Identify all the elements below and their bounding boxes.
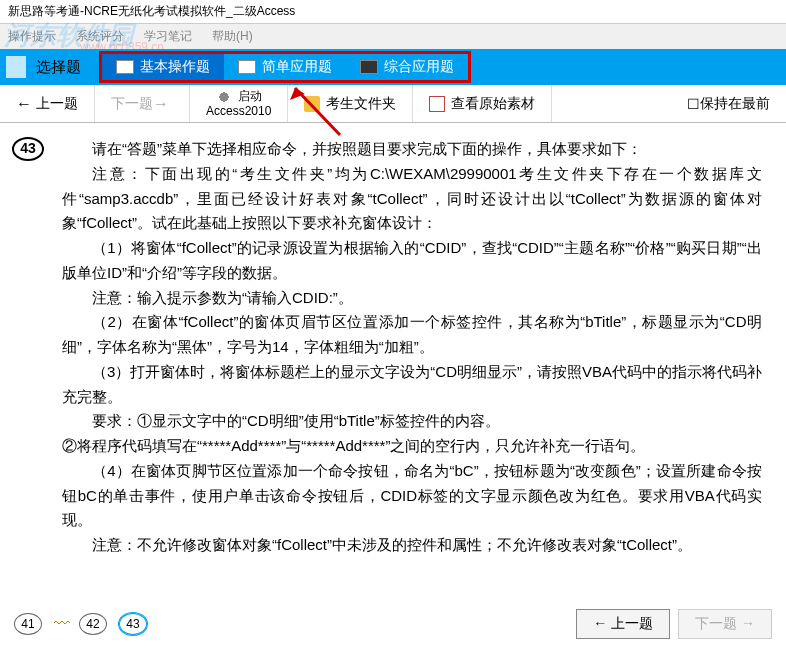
tab-complex-app[interactable]: 综合应用题 [346, 54, 468, 80]
question-content: 43 请在“答题”菜单下选择相应命令，并按照题目要求完成下面的操作，具体要求如下… [0, 123, 786, 593]
folder-icon [304, 96, 320, 112]
question-nav-41[interactable]: 41 [14, 613, 42, 635]
q-para: （4）在窗体页脚节区位置添加一个命令按钮，命名为“bC”，按钮标题为“改变颜色”… [62, 459, 762, 533]
q-para: 注意：下面出现的“考生文件夹”均为C:\WEXAM\29990001考生文件夹下… [62, 162, 762, 236]
doc-icon [116, 60, 134, 74]
menu-help[interactable]: 帮助(H) [212, 28, 253, 45]
launch-access-button[interactable]: 启动 Access2010 [190, 85, 288, 122]
student-folder-button[interactable]: 考生文件夹 [288, 85, 413, 122]
q-para: 请在“答题”菜单下选择相应命令，并按照题目要求完成下面的操作，具体要求如下： [62, 137, 762, 162]
q-para: （2）在窗体“fCollect”的窗体页眉节区位置添加一个标签控件，其名称为“b… [62, 310, 762, 360]
arrow-left-icon: ← [16, 95, 32, 113]
bottom-next-button: 下一题 → [678, 609, 772, 639]
question-text: 请在“答题”菜单下选择相应命令，并按照题目要求完成下面的操作，具体要求如下： 注… [62, 137, 762, 558]
console-icon [360, 60, 378, 74]
menu-notes[interactable]: 学习笔记 [144, 28, 192, 45]
bottom-bar: 41 〰 42 43 ← 上一题 下一题 → [0, 609, 786, 639]
q-para: （1）将窗体“fCollect”的记录源设置为根据输入的“CDID”，查找“CD… [62, 236, 762, 286]
view-raw-button[interactable]: 查看原始素材 [413, 85, 552, 122]
doc-icon [238, 60, 256, 74]
gear-icon [216, 89, 232, 105]
tab-simple-app[interactable]: 简单应用题 [224, 54, 346, 80]
prev-question-button[interactable]: ←上一题 [0, 85, 95, 122]
window-title: 新思路等考通-NCRE无纸化考试模拟软件_二级Access [0, 0, 786, 24]
q-para: 要求：①显示文字中的“CD明细”使用“bTitle”标签控件的内容。 [62, 409, 762, 434]
keep-front-checkbox[interactable]: ☐ 保持在最前 [671, 85, 786, 122]
choose-question-label[interactable]: 选择题 [36, 58, 81, 77]
arrow-right-icon: → [153, 95, 169, 113]
wavy-divider: 〰 [54, 615, 70, 633]
q-para: ②将程序代码填写在“*****Add****”与“*****Add****”之间… [62, 434, 762, 459]
toolbar: ←上一题 下一题→ 启动 Access2010 考生文件夹 查看原始素材 ☐ 保… [0, 85, 786, 123]
menu-sys-score[interactable]: 系统评分 [76, 28, 124, 45]
bottom-prev-button[interactable]: ← 上一题 [576, 609, 670, 639]
q-para: （3）打开窗体时，将窗体标题栏上的显示文字设为“CD明细显示”，请按照VBA代码… [62, 360, 762, 410]
tab-basic-op[interactable]: 基本操作题 [102, 54, 224, 80]
q-para: 注意：输入提示参数为“请输入CDID:”。 [62, 286, 762, 311]
category-icon [6, 56, 26, 78]
question-type-tabs: 基本操作题 简单应用题 综合应用题 [99, 51, 471, 83]
file-icon [429, 96, 445, 112]
question-nav-42[interactable]: 42 [79, 613, 107, 635]
category-bar: 选择题 基本操作题 简单应用题 综合应用题 [0, 49, 786, 85]
question-nav-43-current[interactable]: 43 [119, 613, 147, 635]
question-number-badge: 43 [12, 137, 44, 161]
menu-op-hint[interactable]: 操作提示 [8, 28, 56, 45]
q-para: 注意：不允许修改窗体对象“fCollect”中未涉及的控件和属性；不允许修改表对… [62, 533, 762, 558]
menu-bar: 操作提示 系统评分 学习笔记 帮助(H) [0, 24, 786, 49]
next-question-button: 下一题→ [95, 85, 190, 122]
